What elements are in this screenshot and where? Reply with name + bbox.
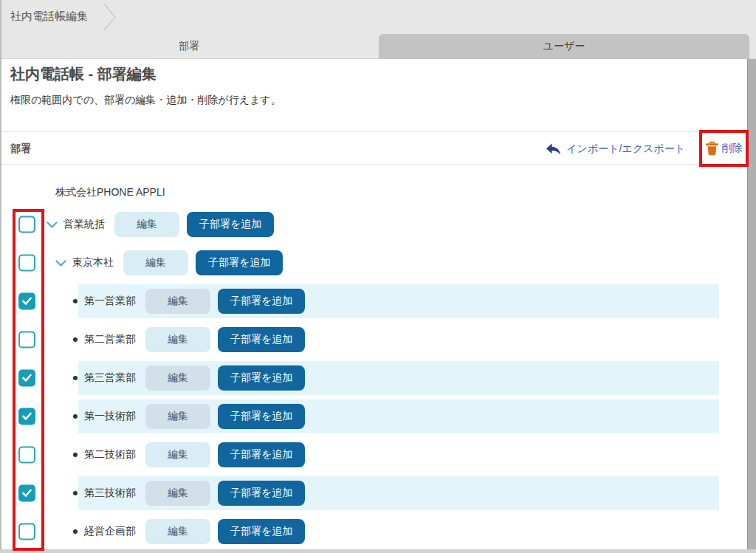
bullet-icon [73, 529, 78, 534]
department-row: 営業統括 編集 子部署を追加 [0, 205, 747, 244]
add-child-department-button[interactable]: 子部署を追加 [218, 404, 305, 429]
department-checkbox[interactable] [18, 255, 35, 272]
delete-link[interactable]: 削除 [706, 141, 743, 156]
department-row: 第一技術部 編集 子部署を追加 [0, 397, 747, 436]
edit-button[interactable]: 編集 [145, 442, 210, 467]
breadcrumb-chevron-icon [102, 2, 118, 35]
department-row: 経営企画部 編集 子部署を追加 [0, 512, 747, 551]
department-section-header: 部署 インポート/エクスポート [0, 131, 747, 165]
department-row: 第二営業部 編集 子部署を追加 [0, 320, 747, 359]
trash-icon [706, 141, 718, 156]
department-name: 経営企画部 [84, 525, 136, 538]
edit-button[interactable]: 編集 [145, 519, 210, 544]
edit-button[interactable]: 編集 [145, 365, 210, 391]
department-row: 第二技術部 編集 子部署を追加 [0, 436, 747, 474]
department-name: 第一技術部 [84, 410, 136, 423]
window-border-left [0, 0, 1, 553]
bullet-icon [73, 453, 78, 457]
department-checkbox[interactable] [18, 370, 35, 387]
department-checkbox[interactable] [18, 216, 35, 233]
bullet-icon [73, 299, 78, 303]
add-child-department-button[interactable]: 子部署を追加 [218, 442, 305, 467]
department-tree: 営業統括 編集 子部署を追加 東京本社 編集 子部署を追加 第一営業部 編集 [0, 205, 747, 551]
breadcrumb[interactable]: 社内電話帳編集 [10, 10, 88, 24]
department-checkbox[interactable] [18, 485, 35, 502]
department-name: 第三技術部 [84, 487, 136, 500]
add-child-department-button[interactable]: 子部署を追加 [218, 289, 305, 314]
bullet-icon [73, 376, 78, 380]
import-export-link[interactable]: インポート/エクスポート [546, 132, 685, 165]
department-name: 東京本社 [72, 256, 114, 269]
header-bar: 社内電話帳編集 部署 ユーザー [0, 0, 756, 59]
add-child-department-button[interactable]: 子部署を追加 [218, 481, 305, 506]
add-child-department-button[interactable]: 子部署を追加 [218, 327, 305, 352]
delete-label: 削除 [722, 142, 743, 155]
department-row: 東京本社 編集 子部署を追加 [0, 244, 747, 282]
page-description: 権限の範囲内での、部署の編集・追加・削除が行えます。 [10, 94, 281, 107]
add-child-department-button[interactable]: 子部署を追加 [218, 365, 305, 391]
department-checkbox[interactable] [18, 332, 35, 348]
bullet-icon [73, 414, 78, 419]
department-checkbox[interactable] [18, 408, 35, 425]
edit-button[interactable]: 編集 [145, 481, 210, 506]
tab-users[interactable]: ユーザー [379, 34, 749, 59]
department-row: 第一営業部 編集 子部署を追加 [0, 282, 747, 320]
department-checkbox[interactable] [18, 293, 35, 310]
section-title: 部署 [10, 132, 31, 165]
department-row: 第三技術部 編集 子部署を追加 [0, 474, 747, 512]
annotation-box-delete: 削除 [699, 130, 749, 167]
tab-departments[interactable]: 部署 [0, 33, 378, 59]
edit-button[interactable]: 編集 [145, 289, 210, 314]
bullet-icon [73, 337, 78, 342]
edit-button[interactable]: 編集 [145, 327, 210, 352]
add-child-department-button[interactable]: 子部署を追加 [196, 250, 283, 275]
department-checkbox[interactable] [18, 523, 35, 540]
reply-arrow-icon [546, 142, 561, 155]
phonebook-edit-window: 社内電話帳編集 部署 ユーザー 社内電話帳 - 部署編集 権限の範囲内での、部署… [0, 0, 756, 553]
add-child-department-button[interactable]: 子部署を追加 [187, 212, 274, 237]
department-name: 営業統括 [63, 218, 105, 231]
department-name: 第二営業部 [84, 333, 136, 346]
chevron-down-icon[interactable] [55, 260, 66, 267]
department-name: 第二技術部 [84, 448, 136, 461]
department-checkbox[interactable] [18, 447, 35, 464]
window-border-bottom [0, 549, 756, 553]
add-child-department-button[interactable]: 子部署を追加 [218, 519, 305, 544]
department-row: 第三営業部 編集 子部署を追加 [0, 359, 747, 397]
edit-button[interactable]: 編集 [145, 404, 210, 429]
edit-button[interactable]: 編集 [114, 212, 179, 237]
company-root-label: 株式会社PHONE APPLI [55, 186, 165, 199]
department-name: 第三営業部 [84, 371, 136, 385]
bullet-icon [73, 491, 78, 495]
import-export-label: インポート/エクスポート [566, 142, 685, 156]
page-title: 社内電話帳 - 部署編集 [10, 64, 157, 84]
department-name: 第一営業部 [84, 295, 136, 308]
edit-button[interactable]: 編集 [123, 250, 188, 275]
chevron-down-icon[interactable] [47, 221, 58, 228]
